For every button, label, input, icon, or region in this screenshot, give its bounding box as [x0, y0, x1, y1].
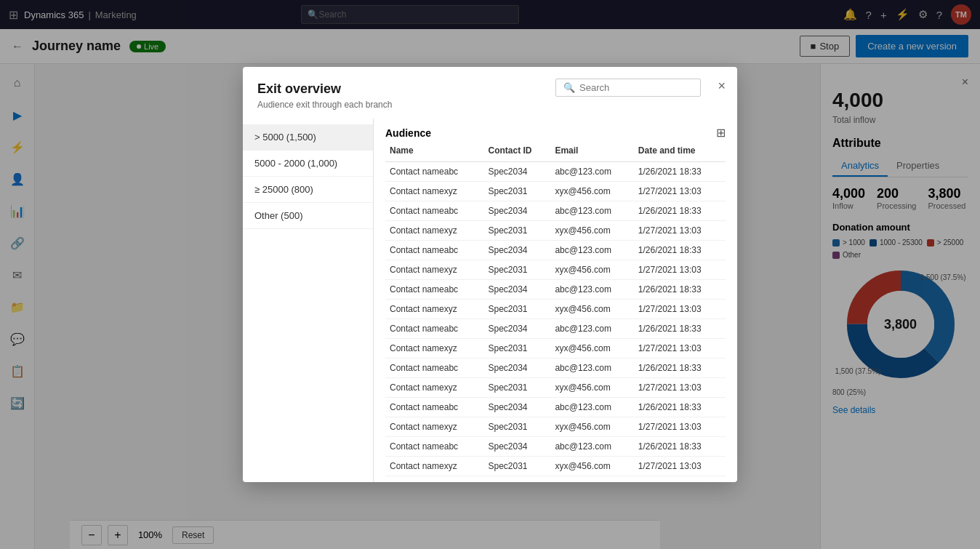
cell-date-time: 1/26/2021 18:33 — [634, 437, 726, 457]
cell-date-time: 1/27/2021 13:03 — [634, 457, 726, 476]
cell-date-time: 1/26/2021 18:33 — [634, 319, 726, 339]
table-view-icon[interactable]: ⊞ — [716, 126, 726, 140]
table-row[interactable]: Contact nameabc Spec2034 abc@123.com 1/2… — [385, 162, 726, 182]
cell-contact-id: Spec2034 — [483, 319, 550, 339]
cell-contact-id: Spec2034 — [483, 280, 550, 300]
cell-contact-id: Spec2034 — [483, 162, 550, 182]
cell-contact-id: Spec2034 — [483, 437, 550, 457]
modal-search-icon: 🔍 — [563, 82, 575, 93]
cell-date-time: 1/27/2021 13:03 — [634, 221, 726, 241]
cell-name: Contact nameabc — [385, 280, 483, 300]
cell-name: Contact nameabc — [385, 162, 483, 182]
cell-date-time: 1/26/2021 18:33 — [634, 162, 726, 182]
cell-contact-id: Spec2031 — [483, 417, 550, 437]
cell-date-time: 1/26/2021 18:33 — [634, 358, 726, 378]
modal-header: Exit overview Audience exit through each… — [243, 67, 737, 119]
cell-name: Contact namexyz — [385, 339, 483, 358]
modal-body: > 5000 (1,500) 5000 - 2000 (1,000) ≥ 250… — [243, 119, 737, 482]
table-row[interactable]: Contact namexyz Spec2031 xyx@456.com 1/2… — [385, 417, 726, 437]
table-row[interactable]: Contact nameabc Spec2034 abc@123.com 1/2… — [385, 241, 726, 260]
table-row[interactable]: Contact namexyz Spec2031 xyx@456.com 1/2… — [385, 300, 726, 319]
cell-email: xyx@456.com — [550, 182, 633, 201]
cell-date-time: 1/27/2021 13:03 — [634, 300, 726, 319]
branch-item-1[interactable]: 5000 - 2000 (1,000) — [243, 151, 373, 177]
audience-panel: Audience ⊞ Name Contact ID Email Date an… — [374, 119, 737, 482]
branch-list: > 5000 (1,500) 5000 - 2000 (1,000) ≥ 250… — [243, 119, 374, 482]
branch-item-3[interactable]: Other (500) — [243, 203, 373, 229]
cell-email: xyx@456.com — [550, 339, 633, 358]
cell-date-time: 1/27/2021 13:03 — [634, 378, 726, 398]
cell-name: Contact nameabc — [385, 319, 483, 339]
cell-name: Contact namexyz — [385, 260, 483, 280]
table-body: Contact nameabc Spec2034 abc@123.com 1/2… — [385, 162, 726, 476]
cell-email: xyx@456.com — [550, 300, 633, 319]
col-header-contact-id: Contact ID — [483, 140, 550, 162]
cell-email: xyx@456.com — [550, 457, 633, 476]
table-row[interactable]: Contact namexyz Spec2031 xyx@456.com 1/2… — [385, 457, 726, 476]
audience-header: Audience ⊞ — [374, 119, 737, 140]
cell-name: Contact nameabc — [385, 201, 483, 221]
table-row[interactable]: Contact namexyz Spec2031 xyx@456.com 1/2… — [385, 378, 726, 398]
modal-search-box[interactable]: 🔍 — [555, 79, 701, 97]
cell-name: Contact namexyz — [385, 221, 483, 241]
table-row[interactable]: Contact nameabc Spec2034 abc@123.com 1/2… — [385, 358, 726, 378]
cell-name: Contact nameabc — [385, 437, 483, 457]
cell-date-time: 1/27/2021 13:03 — [634, 182, 726, 201]
exit-overview-modal: Exit overview Audience exit through each… — [243, 67, 737, 482]
cell-name: Contact namexyz — [385, 457, 483, 476]
cell-email: xyx@456.com — [550, 378, 633, 398]
cell-date-time: 1/26/2021 18:33 — [634, 241, 726, 260]
table-row[interactable]: Contact namexyz Spec2031 xyx@456.com 1/2… — [385, 339, 726, 358]
table-row[interactable]: Contact namexyz Spec2031 xyx@456.com 1/2… — [385, 182, 726, 201]
cell-email: abc@123.com — [550, 280, 633, 300]
cell-contact-id: Spec2031 — [483, 221, 550, 241]
cell-date-time: 1/26/2021 18:33 — [634, 280, 726, 300]
cell-name: Contact nameabc — [385, 241, 483, 260]
cell-contact-id: Spec2031 — [483, 378, 550, 398]
cell-date-time: 1/26/2021 18:33 — [634, 201, 726, 221]
cell-email: abc@123.com — [550, 241, 633, 260]
cell-contact-id: Spec2031 — [483, 339, 550, 358]
cell-contact-id: Spec2031 — [483, 260, 550, 280]
cell-email: xyx@456.com — [550, 260, 633, 280]
table-row[interactable]: Contact nameabc Spec2034 abc@123.com 1/2… — [385, 319, 726, 339]
cell-contact-id: Spec2034 — [483, 241, 550, 260]
cell-name: Contact namexyz — [385, 378, 483, 398]
modal-search-input[interactable] — [579, 82, 693, 93]
table-row[interactable]: Contact namexyz Spec2031 xyx@456.com 1/2… — [385, 221, 726, 241]
cell-email: abc@123.com — [550, 398, 633, 417]
col-header-email: Email — [550, 140, 633, 162]
cell-email: abc@123.com — [550, 437, 633, 457]
table-row[interactable]: Contact nameabc Spec2034 abc@123.com 1/2… — [385, 201, 726, 221]
table-header: Name Contact ID Email Date and time — [385, 140, 726, 162]
cell-email: abc@123.com — [550, 162, 633, 182]
cell-name: Contact nameabc — [385, 398, 483, 417]
modal-subtitle: Audience exit through each branch — [257, 100, 723, 110]
cell-date-time: 1/27/2021 13:03 — [634, 417, 726, 437]
cell-date-time: 1/26/2021 18:33 — [634, 398, 726, 417]
cell-contact-id: Spec2031 — [483, 300, 550, 319]
branch-item-2[interactable]: ≥ 25000 (800) — [243, 177, 373, 203]
modal-overlay[interactable]: Exit overview Audience exit through each… — [0, 0, 980, 549]
cell-contact-id: Spec2034 — [483, 358, 550, 378]
cell-name: Contact namexyz — [385, 182, 483, 201]
cell-date-time: 1/27/2021 13:03 — [634, 260, 726, 280]
cell-email: abc@123.com — [550, 358, 633, 378]
cell-contact-id: Spec2031 — [483, 457, 550, 476]
cell-email: abc@123.com — [550, 201, 633, 221]
table-row[interactable]: Contact nameabc Spec2034 abc@123.com 1/2… — [385, 398, 726, 417]
cell-name: Contact nameabc — [385, 358, 483, 378]
branch-item-0[interactable]: > 5000 (1,500) — [243, 124, 373, 151]
cell-contact-id: Spec2034 — [483, 201, 550, 221]
audience-table: Name Contact ID Email Date and time Cont… — [385, 140, 726, 476]
table-row[interactable]: Contact nameabc Spec2034 abc@123.com 1/2… — [385, 280, 726, 300]
audience-title: Audience — [385, 127, 431, 139]
cell-date-time: 1/27/2021 13:03 — [634, 339, 726, 358]
cell-email: abc@123.com — [550, 319, 633, 339]
col-header-name: Name — [385, 140, 483, 162]
table-row[interactable]: Contact namexyz Spec2031 xyx@456.com 1/2… — [385, 260, 726, 280]
cell-email: xyx@456.com — [550, 417, 633, 437]
cell-contact-id: Spec2034 — [483, 398, 550, 417]
table-row[interactable]: Contact nameabc Spec2034 abc@123.com 1/2… — [385, 437, 726, 457]
modal-close-button[interactable]: × — [718, 79, 726, 94]
